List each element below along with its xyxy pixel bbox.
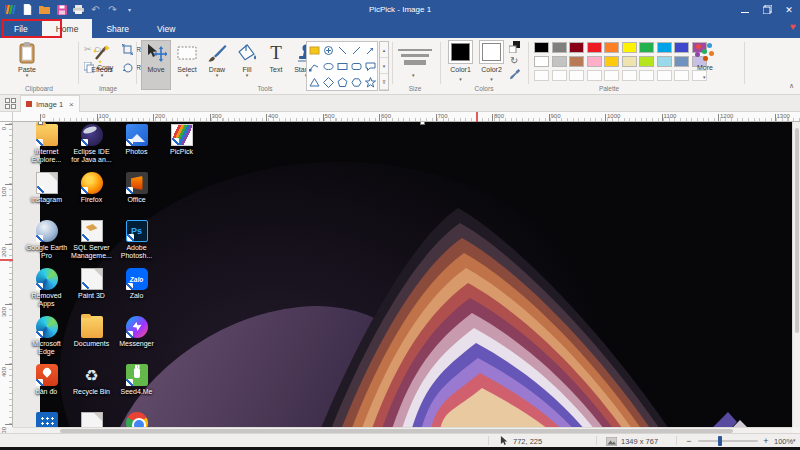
tab-home[interactable]: Home	[42, 19, 93, 38]
zoom-dropdown-arrow[interactable]: ▾	[793, 437, 796, 443]
edited-image[interactable]: InternetExplore...Eclipse IDEfor Java an…	[40, 122, 792, 427]
open-folder-icon[interactable]	[39, 4, 50, 15]
fill-tool-button[interactable]: Fill ▾	[233, 40, 261, 90]
color1-dropdown-arrow[interactable]: ▾	[448, 76, 473, 82]
shape-line-diagonal-icon[interactable]	[349, 42, 363, 58]
fill-dropdown-arrow[interactable]: ▾	[246, 73, 249, 77]
color2-swatch[interactable]	[479, 40, 504, 64]
size-dropdown-arrow[interactable]: ▾	[412, 72, 415, 78]
shape-line-icon[interactable]	[335, 42, 349, 58]
zoom-slider[interactable]	[698, 440, 758, 442]
effects-button[interactable]: Effects ▾	[84, 40, 120, 90]
undo-icon[interactable]: ↶	[90, 4, 101, 15]
color1-swatch[interactable]	[448, 40, 473, 64]
palette-swatch[interactable]	[552, 70, 567, 81]
gallery-scroll-down-icon[interactable]: ▾	[380, 58, 388, 74]
desktop-icon	[69, 412, 114, 427]
paste-button[interactable]: Paste ▾	[8, 40, 46, 90]
palette-swatch[interactable]	[587, 56, 602, 67]
select-dropdown-arrow[interactable]: ▾	[186, 73, 189, 77]
palette-swatch[interactable]	[534, 56, 549, 67]
select-icon	[177, 41, 197, 65]
palette-swatch[interactable]	[569, 42, 584, 53]
palette-swatch[interactable]	[674, 42, 689, 53]
tab-file[interactable]: File	[0, 19, 42, 38]
shape-rectangle-icon[interactable]	[335, 58, 349, 74]
tab-view[interactable]: View	[143, 19, 189, 38]
shape-polyline-icon[interactable]	[307, 58, 321, 74]
palette-swatch[interactable]	[639, 56, 654, 67]
shape-circle-plus-icon[interactable]	[321, 42, 335, 58]
swap-bw-icon[interactable]	[509, 41, 521, 55]
palette-swatch[interactable]	[587, 70, 602, 81]
resize-handle-top-middle[interactable]	[420, 122, 425, 125]
canvas-viewport[interactable]: InternetExplore...Eclipse IDEfor Java an…	[13, 122, 792, 427]
vruler-label: 200	[1, 247, 7, 257]
window-layout-icon[interactable]	[5, 98, 16, 109]
palette-swatch[interactable]	[604, 42, 619, 53]
vertical-scrollbar[interactable]	[792, 122, 800, 427]
palette-swatch[interactable]	[534, 70, 549, 81]
shape-line-arrow-icon[interactable]	[363, 42, 377, 58]
palette-swatch[interactable]	[552, 56, 567, 67]
palette-swatch[interactable]	[569, 56, 584, 67]
move-tool-button[interactable]: Move	[141, 40, 171, 90]
palette-swatch[interactable]	[674, 70, 689, 81]
resize-handle-top-left[interactable]	[38, 122, 43, 125]
zoom-in-button[interactable]: +	[760, 435, 772, 447]
zoom-out-button[interactable]: −	[683, 435, 695, 447]
shape-gallery-scrollbar[interactable]: ▴ ▾ ⊽	[379, 41, 389, 91]
palette-swatch[interactable]	[587, 42, 602, 53]
palette-swatch[interactable]	[639, 70, 654, 81]
heart-icon[interactable]: ♥	[790, 22, 796, 32]
document-tab-close-icon[interactable]: ×	[69, 100, 74, 109]
more-colors-button[interactable]: More	[694, 64, 716, 71]
line-width-button[interactable]	[396, 46, 434, 68]
shape-highlight-rect-icon[interactable]	[307, 42, 321, 58]
shortcut-arrow-icon	[82, 282, 89, 289]
palette-swatch[interactable]	[657, 70, 672, 81]
color2-dropdown-arrow[interactable]: ▾	[479, 76, 504, 82]
draw-icon	[207, 41, 227, 65]
vertical-scrollbar-thumb[interactable]	[795, 128, 799, 333]
swap-colors-icon[interactable]: ↻	[510, 55, 518, 66]
palette-swatch[interactable]	[657, 56, 672, 67]
palette-swatch[interactable]	[657, 42, 672, 53]
document-tab[interactable]: Image 1 ×	[20, 95, 80, 112]
palette-swatch[interactable]	[674, 56, 689, 67]
effects-dropdown-arrow[interactable]: ▾	[101, 73, 104, 77]
desktop-icon-label: SQL ServerManageme...	[69, 244, 114, 259]
select-tool-button[interactable]: Select ▾	[173, 40, 201, 90]
shape-rounded-rectangle-icon[interactable]	[349, 58, 363, 74]
tab-share[interactable]: Share	[92, 19, 143, 38]
palette-swatch[interactable]	[604, 56, 619, 67]
eyedropper-icon[interactable]	[509, 68, 521, 84]
new-file-icon[interactable]	[22, 4, 33, 15]
paste-dropdown-arrow[interactable]: ▾	[26, 73, 29, 77]
draw-tool-button[interactable]: Draw ▾	[203, 40, 231, 90]
more-dropdown-arrow[interactable]: ▾	[703, 74, 706, 80]
recycle-app-icon: ♻	[81, 364, 103, 386]
palette-swatch[interactable]	[639, 42, 654, 53]
palette-swatch[interactable]	[552, 42, 567, 53]
save-icon[interactable]	[56, 4, 67, 15]
palette-swatch[interactable]	[604, 70, 619, 81]
palette-swatch[interactable]	[622, 42, 637, 53]
close-button[interactable]: ✕	[778, 0, 800, 19]
palette-swatch[interactable]	[534, 42, 549, 53]
palette-swatch[interactable]	[622, 70, 637, 81]
shape-speech-bubble-icon[interactable]	[363, 58, 377, 74]
palette-swatch[interactable]	[622, 56, 637, 67]
minimize-button[interactable]	[734, 0, 756, 19]
shape-ellipse-icon[interactable]	[321, 58, 335, 74]
text-tool-button[interactable]: T Text	[263, 40, 289, 90]
qat-dropdown-icon[interactable]: ▾	[124, 4, 135, 15]
palette-swatch[interactable]	[569, 70, 584, 81]
redo-icon[interactable]: ↷	[107, 4, 118, 15]
draw-dropdown-arrow[interactable]: ▾	[216, 73, 219, 77]
print-icon[interactable]	[73, 4, 84, 15]
gallery-scroll-up-icon[interactable]: ▴	[380, 42, 388, 58]
zoom-slider-thumb[interactable]	[718, 436, 722, 446]
maximize-button[interactable]	[756, 0, 778, 19]
collapse-ribbon-icon[interactable]: ∧	[789, 82, 794, 90]
